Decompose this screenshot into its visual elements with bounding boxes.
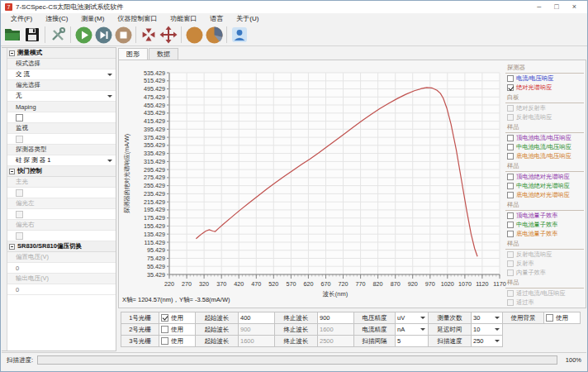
menu-instrument-window[interactable]: 仪器控制窗口 xyxy=(111,14,164,23)
curve-option[interactable]: 中电池量子效率 xyxy=(505,220,584,229)
property-select[interactable]: 无 xyxy=(7,91,116,102)
pie-chart-icon[interactable] xyxy=(205,26,223,44)
checkbox[interactable] xyxy=(507,84,514,91)
checkbox[interactable] xyxy=(507,153,514,160)
param1-value[interactable]: nA xyxy=(396,324,429,336)
curve-option[interactable]: 内量子效率 xyxy=(505,268,584,277)
property-group-header[interactable]: 快门控制 xyxy=(7,166,116,177)
checkbox[interactable] xyxy=(546,314,553,322)
curve-option[interactable]: 顶电池量子效率 xyxy=(505,211,584,220)
checkbox[interactable] xyxy=(507,144,514,150)
curve-option[interactable]: 反射电流响应 xyxy=(505,112,584,122)
checkbox[interactable] xyxy=(507,192,514,198)
curve-option[interactable]: 绝对光谱响应 xyxy=(505,83,584,92)
property-input[interactable]: 0 xyxy=(7,284,116,295)
end-wavelength-input[interactable]: 900 xyxy=(318,312,354,324)
spectral-response-chart: 535.429515.429495.429475.429455.429435.4… xyxy=(120,66,510,293)
curve-option[interactable]: 底电池量子效率 xyxy=(505,229,584,238)
curve-option[interactable]: 中电池电流/电压响应 xyxy=(505,142,584,151)
param2-value[interactable]: 10 xyxy=(472,324,503,336)
checkbox[interactable] xyxy=(507,75,514,82)
tools-icon[interactable] xyxy=(49,26,67,44)
curve-option[interactable]: 反射电流响应 xyxy=(505,250,584,259)
curve-option[interactable]: 电流/电压响应 xyxy=(505,74,584,83)
checkbox[interactable] xyxy=(507,183,514,189)
property-select[interactable]: 硅 探 测 器 1 xyxy=(7,155,116,166)
curve-option-label: 反射电流响应 xyxy=(516,113,552,122)
tab-graph[interactable]: 图形 xyxy=(118,48,148,60)
background-use-cell[interactable]: 使用 xyxy=(544,312,581,324)
property-input[interactable]: 0 xyxy=(7,263,116,274)
menu-language[interactable]: 语言 xyxy=(203,14,230,23)
chevron-down-icon[interactable] xyxy=(493,337,500,345)
checkbox[interactable] xyxy=(161,326,168,333)
menu-about[interactable]: 关于(U) xyxy=(230,14,265,23)
run-icon[interactable] xyxy=(74,26,92,44)
use-checkbox-cell[interactable]: 使用 xyxy=(159,336,196,347)
checkbox[interactable] xyxy=(507,222,514,228)
open-folder-icon[interactable] xyxy=(3,26,21,44)
param1-value[interactable]: 5 xyxy=(396,336,429,347)
arrows-in-icon[interactable] xyxy=(140,26,158,44)
collapse-icon[interactable] xyxy=(9,169,15,174)
chevron-down-icon[interactable] xyxy=(106,71,113,79)
param2-value[interactable]: 30 xyxy=(472,312,503,324)
chevron-down-icon[interactable] xyxy=(493,326,500,333)
menu-file[interactable]: 文件(F) xyxy=(4,14,39,23)
checkbox[interactable] xyxy=(507,231,514,237)
end-wavelength-input[interactable]: 2500 xyxy=(318,336,354,347)
checkbox[interactable] xyxy=(161,337,168,345)
minimize-icon[interactable]: – xyxy=(537,3,541,11)
tab-data[interactable]: 数据 xyxy=(149,48,178,60)
start-wavelength-input[interactable]: 900 xyxy=(239,324,275,336)
svg-text:920: 920 xyxy=(408,280,418,288)
curve-option[interactable]: 通过电流/电压响应 xyxy=(505,289,584,298)
svg-text:820: 820 xyxy=(373,280,383,288)
curve-option[interactable]: 通过率 xyxy=(505,298,584,307)
collapse-icon[interactable] xyxy=(9,244,15,250)
param1-text: nA xyxy=(397,326,405,333)
svg-text:1120: 1120 xyxy=(476,280,488,288)
user-icon[interactable] xyxy=(230,26,249,44)
curve-option[interactable]: 底电池电流/电压响应 xyxy=(505,151,584,160)
checkbox[interactable] xyxy=(16,114,23,122)
svg-text:535.429: 535.429 xyxy=(144,69,165,77)
start-wavelength-input[interactable]: 1600 xyxy=(239,336,275,347)
stop-icon[interactable] xyxy=(114,26,132,44)
menu-measure[interactable]: 测量(M) xyxy=(74,14,111,23)
chevron-down-icon[interactable] xyxy=(106,93,113,100)
curve-option[interactable]: 中电池绝对光谱响应 xyxy=(505,181,584,190)
end-wavelength-input[interactable]: 1600 xyxy=(318,324,354,336)
collapse-icon[interactable] xyxy=(9,50,15,56)
property-group-header[interactable]: SR830/SR810偏压切换 xyxy=(7,241,116,252)
curve-option[interactable]: 顶电池绝对光谱响应 xyxy=(505,172,584,181)
use-checkbox-cell[interactable]: 使用 xyxy=(159,324,196,336)
maximize-icon[interactable]: □ xyxy=(554,3,558,11)
start-wavelength-input[interactable]: 400 xyxy=(239,312,275,324)
move-icon[interactable] xyxy=(159,26,178,44)
svg-text:670: 670 xyxy=(321,280,331,288)
chevron-down-icon[interactable] xyxy=(106,157,113,165)
close-icon[interactable]: × xyxy=(572,3,576,11)
property-select[interactable]: 交 流 xyxy=(7,69,116,80)
menu-connect[interactable]: 连接(C) xyxy=(39,14,74,23)
circle-indicator-icon[interactable] xyxy=(185,26,203,44)
curve-option[interactable]: 底电池绝对光谱响应 xyxy=(505,190,584,199)
chevron-down-icon[interactable] xyxy=(419,314,426,322)
use-checkbox-cell[interactable]: 使用 xyxy=(159,312,196,324)
chevron-down-icon[interactable] xyxy=(493,314,500,322)
checkbox[interactable] xyxy=(507,174,514,180)
chevron-down-icon[interactable] xyxy=(419,326,426,333)
curve-option[interactable]: 绝对反射率 xyxy=(505,103,584,112)
param2-value[interactable]: 250 xyxy=(472,336,503,347)
property-group-header[interactable]: 测量模式 xyxy=(7,48,116,59)
save-icon[interactable] xyxy=(23,26,41,44)
menu-function-window[interactable]: 功能窗口 xyxy=(164,14,203,23)
step-run-icon[interactable] xyxy=(94,26,112,44)
checkbox[interactable] xyxy=(507,135,514,141)
param1-value[interactable]: uV xyxy=(396,312,429,324)
checkbox[interactable] xyxy=(161,314,168,322)
checkbox[interactable] xyxy=(507,212,514,219)
curve-option[interactable]: 顶电池电流/电压响应 xyxy=(505,133,584,142)
curve-option[interactable]: 反射率 xyxy=(505,259,584,268)
